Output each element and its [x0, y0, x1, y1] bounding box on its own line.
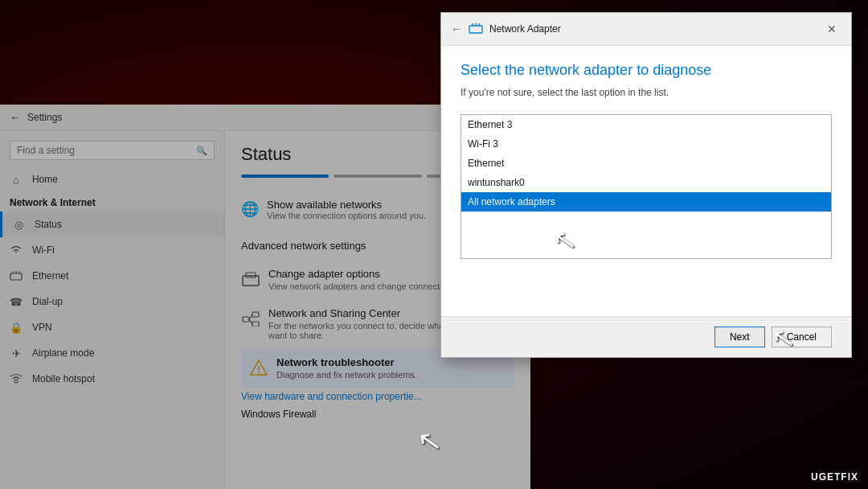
adapter-item-wintunshark0[interactable]: wintunshark0 — [461, 173, 831, 192]
cancel-button[interactable]: Cancel — [772, 327, 832, 347]
adapter-list[interactable]: Ethernet 3 Wi-Fi 3 Ethernet wintunshark0… — [461, 114, 832, 259]
svg-rect-14 — [469, 26, 482, 33]
adapter-item-ethernet3[interactable]: Ethernet 3 — [461, 115, 831, 134]
network-adapter-dialog: ← Network Adapter ✕ Select the network a… — [440, 12, 852, 358]
dialog-titlebar: ← Network Adapter ✕ — [441, 13, 851, 46]
watermark: UGETFIX — [811, 471, 858, 483]
adapter-item-ethernet[interactable]: Ethernet — [461, 154, 831, 173]
adapter-item-all[interactable]: All network adapters — [461, 192, 831, 212]
dialog-title-left: ← Network Adapter — [451, 23, 561, 36]
dialog-close-button[interactable]: ✕ — [822, 19, 841, 39]
next-button[interactable]: Next — [714, 327, 765, 347]
dialog-network-icon — [469, 23, 483, 36]
dialog-title-text: Network Adapter — [489, 23, 561, 35]
adapter-item-wifi3[interactable]: Wi-Fi 3 — [461, 134, 831, 154]
dialog-body: Select the network adapter to diagnose I… — [441, 46, 851, 316]
dialog-heading: Select the network adapter to diagnose — [461, 62, 832, 79]
dialog-footer: Next Cancel — [441, 316, 851, 357]
dialog-back-button[interactable]: ← — [451, 23, 462, 35]
dialog-subtitle: If you're not sure, select the last opti… — [461, 87, 832, 98]
